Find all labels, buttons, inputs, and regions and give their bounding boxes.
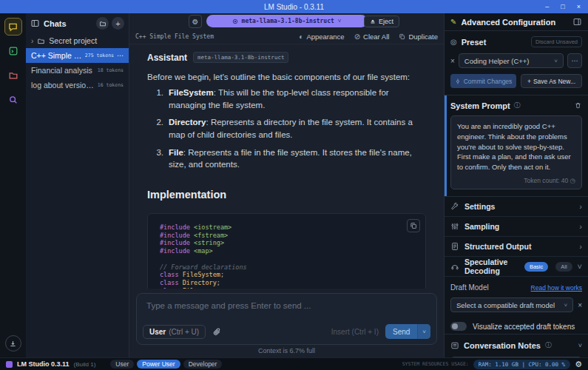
terminal-icon (8, 46, 18, 56)
chat-title: C++ Simple File System (135, 33, 214, 40)
token-count: Token count: 40 ◷ (457, 176, 575, 185)
search-icon (8, 95, 18, 105)
resources-badge[interactable]: RAM: 1.10 GB | CPU: 0.00 % (473, 360, 570, 369)
mode-user[interactable]: User (110, 360, 134, 369)
chat-item-financial-analysis[interactable]: Financial analysis 18 tokens (26, 63, 129, 78)
new-folder-button[interactable] (96, 17, 109, 30)
basic-mode-pill[interactable]: Basic (524, 262, 548, 272)
wrench-icon (450, 202, 459, 211)
folder-icon (8, 70, 18, 81)
sampling-section-button[interactable]: Sampling › (445, 217, 588, 237)
spec-decoding-icon (450, 262, 459, 271)
send-options-chevron-icon[interactable]: ˅ (417, 324, 430, 339)
visualize-tokens-toggle[interactable] (450, 322, 467, 331)
all-mode-pill[interactable]: All (555, 262, 572, 272)
structured-output-section-button[interactable]: Structured Output › (445, 237, 588, 257)
info-icon: ⓘ (545, 340, 552, 350)
download-icon (9, 340, 17, 348)
discover-nav-button[interactable] (4, 91, 22, 109)
composer-placeholder: Type a message and press Enter to send .… (146, 301, 427, 310)
folder-secret-project[interactable]: › Secret project (26, 33, 129, 48)
appearance-button[interactable]: ◐ Appearance (299, 33, 344, 41)
close-button[interactable]: × (577, 3, 581, 10)
mode-power-user[interactable]: Power User (137, 360, 180, 369)
clear-prompt-button[interactable] (574, 101, 582, 110)
maximize-button[interactable]: □ (561, 3, 564, 10)
chat-nav-button[interactable] (4, 18, 22, 36)
ellipsis-icon[interactable]: ⋯ (117, 52, 124, 59)
info-icon: ⓘ (514, 101, 521, 110)
token-count: 18 tokens (98, 67, 124, 73)
clear-draft-model-button[interactable]: × (578, 301, 582, 309)
preset-menu-button[interactable]: ⋯ (567, 53, 582, 68)
model-badge: meta-llama-3.1-8b-instruct (193, 52, 288, 63)
duplicate-icon (399, 33, 405, 40)
model-settings-button[interactable]: ⚙ (189, 15, 202, 28)
gear-icon[interactable]: ⚙ (575, 360, 582, 369)
list-item: 2. Directory: Represents a directory in … (147, 116, 426, 141)
chevron-right-icon: › (579, 242, 582, 251)
token-count: 275 tokens (85, 53, 114, 58)
clear-all-button[interactable]: ⊘ Clear All (354, 33, 390, 41)
speculative-decoding-body: Draft Model Read how it works Select a c… (445, 277, 588, 334)
model-selector[interactable]: meta-llama-3.1-8b-instruct ˅ (206, 15, 368, 27)
chat-item-log-version[interactable]: log about version of ... 16 tokens (26, 78, 129, 92)
developer-nav-button[interactable] (4, 42, 22, 60)
attach-file-button[interactable] (212, 327, 222, 337)
user-mode-switcher: User Power User Developer (110, 360, 222, 369)
chevron-down-icon[interactable]: ˅ (578, 342, 582, 349)
copy-code-button[interactable] (407, 219, 420, 232)
window-title: LM Studio - 0.3.11 (264, 3, 324, 11)
list-item: 3. File: Represents a file in the file s… (147, 147, 426, 171)
chat-item-cpp-file-system[interactable]: C++ Simple File System 275 tokens ⋯ (26, 48, 129, 63)
mode-developer[interactable]: Developer (183, 360, 223, 369)
eject-button[interactable]: Eject (364, 16, 399, 27)
model-icon (232, 18, 238, 24)
minimize-button[interactable]: – (545, 3, 549, 10)
preset-icon: ◎ (450, 38, 457, 46)
save-as-new-button[interactable]: + Save As New... (521, 74, 582, 88)
code-content: #include <iostream>#include <fstream>#in… (160, 223, 413, 289)
draft-model-label: Draft Model (450, 283, 489, 292)
appearance-icon: ◐ (299, 33, 303, 41)
commit-changes-button[interactable]: Commit Changes (450, 74, 516, 88)
notes-label: Conversation Notes (464, 341, 541, 350)
insert-button[interactable]: Insert (Ctrl + I) (331, 328, 379, 336)
downloads-button[interactable] (5, 335, 21, 352)
chat-bubble-icon (7, 21, 18, 33)
paperclip-icon (212, 327, 222, 337)
chevron-down-icon: ˅ (554, 58, 558, 64)
context-usage-status: Context is 6.7% full (129, 345, 444, 357)
draft-model-select[interactable]: Select a compatible draft model ˅ (450, 297, 573, 312)
send-button[interactable]: Send ˅ (385, 324, 430, 339)
list-item: 1. FileSystem: This will be the top-leve… (147, 87, 426, 111)
speculative-decoding-section-button[interactable]: Speculative Decoding Basic All ˅ (445, 257, 588, 277)
copy-icon (410, 222, 417, 229)
chats-sidebar: Chats + › Secret project C++ Simple File… (26, 13, 129, 357)
preset-select[interactable]: Coding Helper (C++) ˅ (459, 53, 564, 68)
folder-label: Secret project (49, 36, 97, 45)
panel-left-icon[interactable] (30, 18, 40, 28)
preset-section: ◎ Preset Discard Unsaved × Coding Helper… (445, 31, 588, 95)
discard-unsaved-button[interactable]: Discard Unsaved (531, 36, 582, 47)
chevron-right-icon: › (31, 37, 33, 45)
collapse-panel-button[interactable] (572, 17, 582, 27)
system-prompt-input[interactable]: You are an incredibly good C++ engineer.… (450, 115, 582, 189)
new-chat-button[interactable]: + (112, 17, 124, 30)
my-models-nav-button[interactable] (4, 67, 22, 84)
clear-preset-button[interactable]: × (450, 57, 455, 65)
app-version: LM Studio 0.3.11 (17, 360, 70, 368)
notes-icon (450, 341, 459, 350)
user-role-button[interactable]: User (Ctrl + U) (143, 325, 206, 339)
settings-section-button[interactable]: Settings › (445, 197, 588, 217)
read-how-it-works-link[interactable]: Read how it works (531, 284, 582, 292)
panel-title: Advanced Configuration (461, 18, 555, 27)
chats-title: Chats (44, 19, 67, 28)
duplicate-button[interactable]: Duplicate (399, 33, 438, 41)
titlebar: LM Studio - 0.3.11 – □ × (0, 0, 588, 13)
message-composer[interactable]: Type a message and press Enter to send .… (136, 293, 437, 345)
implementation-heading: Implementation (147, 189, 426, 201)
panel-right-icon (572, 17, 582, 27)
gear-icon: ⚙ (192, 18, 199, 26)
eject-icon (370, 18, 376, 24)
